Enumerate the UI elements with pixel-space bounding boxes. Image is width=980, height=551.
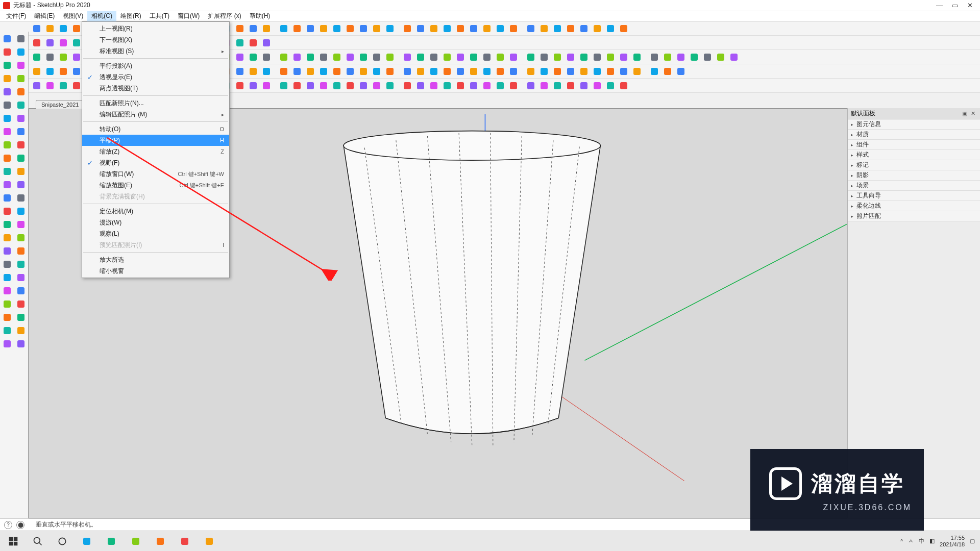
left-tool-button[interactable]	[15, 152, 27, 164]
panel-section[interactable]: ▸图元信息	[848, 119, 980, 130]
left-tool-button[interactable]	[15, 192, 27, 204]
menu-item[interactable]: 平移(P)H	[82, 135, 229, 146]
toolbar-button[interactable]	[357, 80, 370, 92]
menu-tools[interactable]: 工具(T)	[145, 11, 174, 21]
left-tool-button[interactable]	[1, 245, 13, 257]
taskbar-app-edge[interactable]	[101, 531, 121, 552]
left-tool-button[interactable]	[15, 126, 27, 138]
toolbar-button[interactable]	[631, 65, 643, 78]
toolbar-button[interactable]	[604, 22, 617, 35]
toolbar-button[interactable]	[578, 51, 590, 63]
toolbar-button[interactable]	[317, 65, 330, 78]
toolbar-button[interactable]	[565, 22, 577, 35]
toolbar-button[interactable]	[414, 51, 427, 63]
toolbar-button[interactable]	[414, 22, 427, 35]
left-tool-button[interactable]	[1, 139, 13, 151]
toolbar-button[interactable]	[304, 51, 316, 63]
left-tool-button[interactable]	[15, 258, 27, 270]
left-tool-button[interactable]	[1, 205, 13, 217]
toolbar-button[interactable]	[304, 65, 316, 78]
toolbar-button[interactable]	[234, 51, 246, 63]
search-button[interactable]	[28, 531, 48, 552]
menu-item[interactable]: 定位相机(M)	[82, 206, 229, 217]
menu-item[interactable]: 缩放窗口(W)Ctrl 键+Shift 键+W	[82, 168, 229, 180]
toolbar-button[interactable]	[494, 80, 506, 92]
panel-section[interactable]: ▸柔化边线	[848, 201, 980, 211]
toolbar-button[interactable]	[675, 51, 687, 63]
toolbar-button[interactable]	[401, 51, 413, 63]
left-tool-button[interactable]	[15, 99, 27, 111]
left-tool-button[interactable]	[15, 72, 27, 85]
tray-network-icon[interactable]: ◧	[929, 538, 935, 544]
toolbar-button[interactable]	[468, 51, 480, 63]
left-tool-button[interactable]	[1, 258, 13, 270]
left-tool-button[interactable]	[15, 112, 27, 124]
menu-item[interactable]: 编辑匹配照片 (M)▸	[82, 109, 229, 120]
toolbar-button[interactable]	[494, 51, 506, 63]
toolbar-button[interactable]	[481, 51, 493, 63]
panel-section[interactable]: ▸工具向导	[848, 191, 980, 201]
toolbar-button[interactable]	[331, 22, 343, 35]
left-tool-button[interactable]	[15, 59, 27, 71]
toolbar-button[interactable]	[278, 22, 290, 35]
toolbar-button[interactable]	[507, 80, 520, 92]
menu-window[interactable]: 窗口(W)	[174, 11, 204, 21]
menu-item[interactable]: 缩放(Z)Z	[82, 146, 229, 157]
toolbar-button[interactable]	[428, 65, 440, 78]
toolbar-button[interactable]	[234, 22, 246, 35]
toolbar-button[interactable]	[357, 22, 370, 35]
left-tool-button[interactable]	[15, 232, 27, 244]
toolbar-button[interactable]	[371, 51, 383, 63]
menu-edit[interactable]: 编辑(E)	[30, 11, 59, 21]
menu-item[interactable]: 匹配新照片(N)...	[82, 97, 229, 109]
toolbar-button[interactable]	[304, 22, 316, 35]
maximize-button[interactable]: ▭	[952, 2, 958, 9]
toolbar-button[interactable]	[604, 65, 617, 78]
toolbar-button[interactable]	[551, 65, 564, 78]
start-button[interactable]	[3, 531, 23, 552]
toolbar-button[interactable]	[57, 51, 69, 63]
toolbar-button[interactable]	[247, 65, 259, 78]
toolbar-button[interactable]	[304, 80, 316, 92]
toolbar-button[interactable]	[591, 65, 603, 78]
toolbar-button[interactable]	[454, 22, 467, 35]
left-tool-button[interactable]	[15, 205, 27, 217]
toolbar-button[interactable]	[428, 51, 440, 63]
panel-section[interactable]: ▸照片匹配	[848, 211, 980, 221]
toolbar-button[interactable]	[384, 80, 396, 92]
toolbar-button[interactable]	[401, 80, 413, 92]
toolbar-button[interactable]	[247, 22, 259, 35]
toolbar-button[interactable]	[618, 65, 630, 78]
left-tool-button[interactable]	[1, 179, 13, 191]
toolbar-button[interactable]	[578, 65, 590, 78]
toolbar-button[interactable]	[384, 65, 396, 78]
toolbar-button[interactable]	[371, 22, 383, 35]
toolbar-button[interactable]	[494, 65, 506, 78]
menu-file[interactable]: 文件(F)	[2, 11, 30, 21]
toolbar-button[interactable]	[331, 65, 343, 78]
taskbar-clock[interactable]: 17:55 2021/4/18	[940, 535, 965, 548]
left-tool-button[interactable]	[15, 338, 27, 350]
toolbar-button[interactable]	[618, 22, 630, 35]
toolbar-button[interactable]	[441, 22, 453, 35]
panel-close-icon[interactable]: ✕	[969, 110, 977, 117]
toolbar-button[interactable]	[44, 37, 56, 49]
left-tool-button[interactable]	[1, 324, 13, 337]
menu-item[interactable]: 上一视图(R)	[82, 23, 229, 34]
toolbar-button[interactable]	[565, 65, 577, 78]
toolbar-button[interactable]	[234, 80, 246, 92]
toolbar-button[interactable]	[538, 65, 550, 78]
taskbar-app-sketchup[interactable]	[175, 531, 195, 552]
toolbar-button[interactable]	[578, 22, 590, 35]
menu-item[interactable]: 缩小视窗	[82, 265, 229, 277]
toolbar-button[interactable]	[44, 65, 56, 78]
toolbar-button[interactable]	[31, 51, 43, 63]
toolbar-button[interactable]	[454, 80, 467, 92]
toolbar-button[interactable]	[468, 65, 480, 78]
toolbar-button[interactable]	[618, 51, 630, 63]
toolbar-button[interactable]	[481, 80, 493, 92]
panel-section[interactable]: ▸样式	[848, 150, 980, 160]
toolbar-button[interactable]	[401, 65, 413, 78]
toolbar-button[interactable]	[525, 65, 537, 78]
minimize-button[interactable]: —	[936, 2, 943, 9]
